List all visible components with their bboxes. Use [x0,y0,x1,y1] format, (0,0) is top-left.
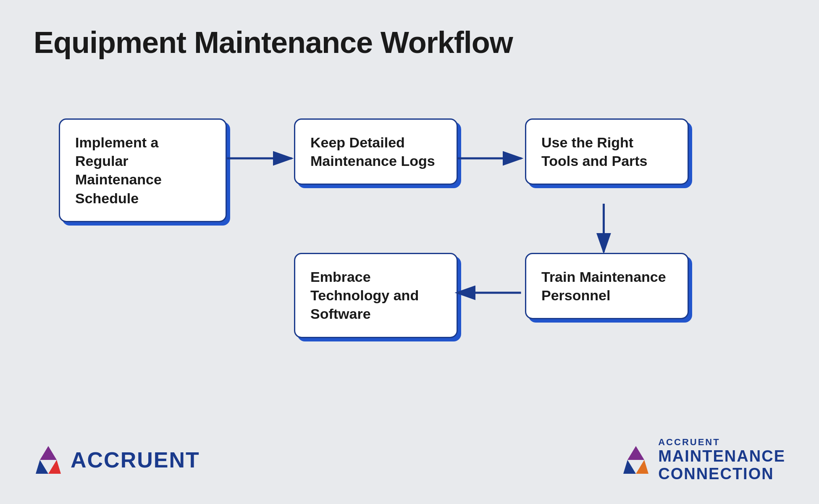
flow-box-1: Implement a Regular Maintenance Schedule [59,118,227,222]
mc-icon-right [621,445,651,475]
svg-marker-6 [636,460,648,474]
accruent-logo-text-left: ACCRUENT [71,447,200,472]
flow-box-3: Use the Right Tools and Parts [525,118,689,185]
box-4-label: Embrace Technology and Software [310,269,419,322]
mc-brand-text: ACCRUENT [658,437,785,448]
svg-marker-2 [36,460,48,474]
workflow-area: Implement a Regular Maintenance Schedule… [34,93,785,379]
svg-marker-1 [40,446,57,460]
accruent-icon-left [34,445,63,475]
flow-box-5: Train Maintenance Personnel [525,253,689,319]
mc-logo-right: ACCRUENT MAINTENANCECONNECTION [621,437,785,483]
box-2-label: Keep Detailed Maintenance Logs [310,134,435,169]
box-3-label: Use the Right Tools and Parts [541,134,648,169]
svg-marker-5 [623,460,636,474]
flow-box-4: Embrace Technology and Software [294,253,458,338]
mc-text-block: ACCRUENT MAINTENANCECONNECTION [658,437,785,483]
svg-marker-4 [627,446,644,460]
svg-marker-3 [48,460,61,474]
flow-box-2: Keep Detailed Maintenance Logs [294,118,458,185]
box-5-label: Train Maintenance Personnel [541,269,666,303]
accruent-logo-left: ACCRUENT [34,445,200,475]
bottom-logos: ACCRUENT ACCRUENT MAINTENANCECONNECTION [34,437,785,483]
mc-name-text: MAINTENANCECONNECTION [658,448,785,483]
page-title: Equipment Maintenance Workflow [34,25,785,60]
box-1-label: Implement a Regular Maintenance Schedule [75,134,162,206]
page-container: Equipment Maintenance Workflow Implement… [0,0,819,504]
